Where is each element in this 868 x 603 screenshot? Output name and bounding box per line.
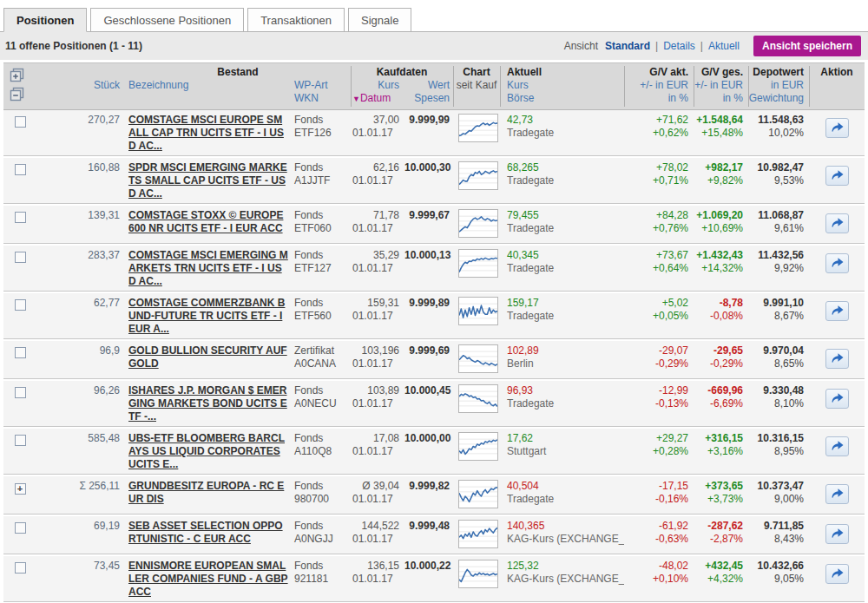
purchase-value: 9.999,48 [404,520,450,533]
fund-name-link[interactable]: SPDR MSCI EMERGING MARKETS SMALL CAP UCI… [128,161,287,200]
purchase-price: 71,78 [351,209,404,222]
mini-chart[interactable] [458,384,498,413]
fund-name-link[interactable]: ISHARES J.P. MORGAN $ EMERGING MARKETS B… [128,384,287,423]
gain-loss-today-eur: -12,99 [624,384,688,397]
sort-wp-art[interactable]: WP-Art [294,79,351,92]
gain-loss-today-eur: +84,28 [624,209,688,222]
sort-aktuell-kurs[interactable]: Kurs [500,79,624,92]
mini-chart[interactable] [458,560,498,588]
current-price: 96,93 [507,384,624,397]
order-action-button[interactable] [825,253,849,273]
sort-stueck[interactable]: Stück [36,79,125,92]
sort-datum-active[interactable]: ▼Datum [351,92,404,106]
order-action-button[interactable] [825,524,849,544]
depot-eur-label[interactable]: in EUR [748,79,809,92]
gain-loss-total-eur: -8,78 [694,297,743,310]
gewichtung-label[interactable]: Gewichtung [748,92,809,106]
mini-chart[interactable] [458,344,498,373]
sort-bezeichnung[interactable]: Bezeichnung [125,79,294,92]
position-value: 10.982,47 [748,161,804,174]
gv-ges-eur-label[interactable]: +/- in EUR [694,79,748,92]
gain-loss-today-pct: -0,13% [624,397,688,410]
expand-row-icon[interactable]: + [15,483,26,495]
expand-all-icon[interactable] [10,68,24,82]
gv-akt-eur-label[interactable]: +/- in EUR [624,79,694,92]
position-weight: 8,43% [748,533,804,546]
view-standard-link[interactable]: Standard [605,40,650,52]
expand-row-icon[interactable] [15,164,26,175]
expand-row-icon[interactable] [15,387,26,398]
fund-name-link[interactable]: COMSTAGE MSCI EMERGING MARKETS TRN UCITS… [128,249,288,287]
mini-chart[interactable] [458,114,498,142]
order-action-button[interactable] [825,564,849,584]
quantity: Σ 256,11 [36,480,125,511]
position-weight: 9,61% [748,222,804,235]
mini-chart[interactable] [458,161,498,190]
col-aktuell-title: Aktuell [500,66,624,79]
expand-row-icon[interactable] [15,116,26,128]
mini-chart[interactable] [458,297,498,325]
gain-loss-total-pct: -2,87% [694,533,743,546]
order-action-button[interactable] [825,349,849,369]
purchase-date: 01.01.17 [351,262,404,275]
order-action-button[interactable] [825,213,849,233]
fund-name-link[interactable]: COMSTAGE COMMERZBANK BUND-FUTURE TR UCIT… [128,297,285,335]
table-row: 73,45 ENNISMORE EUROPEAN SMALLER COMPANI… [3,556,865,602]
fund-name-link[interactable]: GOLD BULLION SECURITY AUF GOLD [128,344,287,370]
fund-name-link[interactable]: ENNISMORE EUROPEAN SMALLER COMPANIES FUN… [128,560,288,598]
fund-name-link[interactable]: SEB ASSET SELECTION OPPORTUNISTIC - C EU… [128,520,283,545]
mini-chart[interactable] [458,480,498,508]
order-action-button[interactable] [825,301,849,321]
expand-row-icon[interactable] [15,347,26,358]
collapse-all-icon[interactable] [10,87,24,102]
order-action-button[interactable] [825,166,849,186]
fund-name-link[interactable]: GRUNDBESITZ EUROPA - RC EUR DIS [128,480,284,505]
position-value: 11.548,63 [748,114,804,127]
sort-kauf-kurs[interactable]: Kurs [351,79,404,92]
expand-row-icon[interactable] [15,252,26,263]
order-action-button[interactable] [825,436,849,456]
gain-loss-total-pct: -0,29% [694,357,743,370]
forward-arrow-icon [830,304,845,317]
quantity: 160,88 [36,161,125,200]
fund-name-link[interactable]: COMSTAGE STOXX © EUROPE 600 NR UCITS ETF… [128,209,283,234]
mini-chart[interactable] [458,249,498,278]
mini-chart[interactable] [458,432,498,461]
tab-signale[interactable]: Signale [348,8,411,32]
spesen-label[interactable]: Spesen [404,92,453,106]
gain-loss-total-eur: -29,65 [694,344,743,357]
order-action-button[interactable] [825,484,849,504]
col-gv-ges-title: G/V ges. [694,66,748,79]
tab-positionen[interactable]: Positionen [3,8,87,32]
mini-chart[interactable] [458,209,498,238]
expand-row-icon[interactable] [15,435,26,446]
order-action-button[interactable] [825,118,849,138]
purchase-price: 103,196 [351,344,404,357]
sort-wert[interactable]: Wert [404,79,453,92]
expand-row-icon[interactable] [15,299,26,311]
gv-ges-pct-label[interactable]: in % [694,92,748,106]
purchase-price: 62,16 [351,161,404,174]
fund-name-link[interactable]: UBS-ETF BLOOMBERG BARCLAYS US LIQUID COR… [128,432,285,470]
expand-row-icon[interactable] [15,212,26,223]
exchange-name: Tradegate [507,222,624,235]
gv-akt-pct-label[interactable]: in % [624,92,694,106]
expand-row-icon[interactable] [15,522,26,534]
expand-row-icon[interactable] [15,562,26,574]
purchase-value: 9.999,69 [404,344,450,357]
view-details-link[interactable]: Details [663,40,695,52]
gain-loss-today-pct: -0,29% [624,357,688,370]
mini-chart[interactable] [458,520,498,548]
tab-geschlossene-positionen[interactable]: Geschlossene Positionen [90,8,244,32]
forward-arrow-icon [830,256,845,269]
wkn-code: A110Q8 [294,445,351,458]
tab-transaktionen[interactable]: Transaktionen [247,8,345,32]
security-type: Fonds [294,161,351,174]
save-view-button[interactable]: Ansicht speichern [753,36,861,56]
wkn-label[interactable]: WKN [294,92,351,106]
view-aktuell-link[interactable]: Aktuell [708,40,740,52]
order-action-button[interactable] [825,389,849,409]
position-weight: 8,65% [748,357,804,370]
fund-name-link[interactable]: COMSTAGE MSCI EUROPE SMALL CAP TRN UCITS… [128,114,284,152]
sort-boerse[interactable]: Börse [500,92,624,106]
